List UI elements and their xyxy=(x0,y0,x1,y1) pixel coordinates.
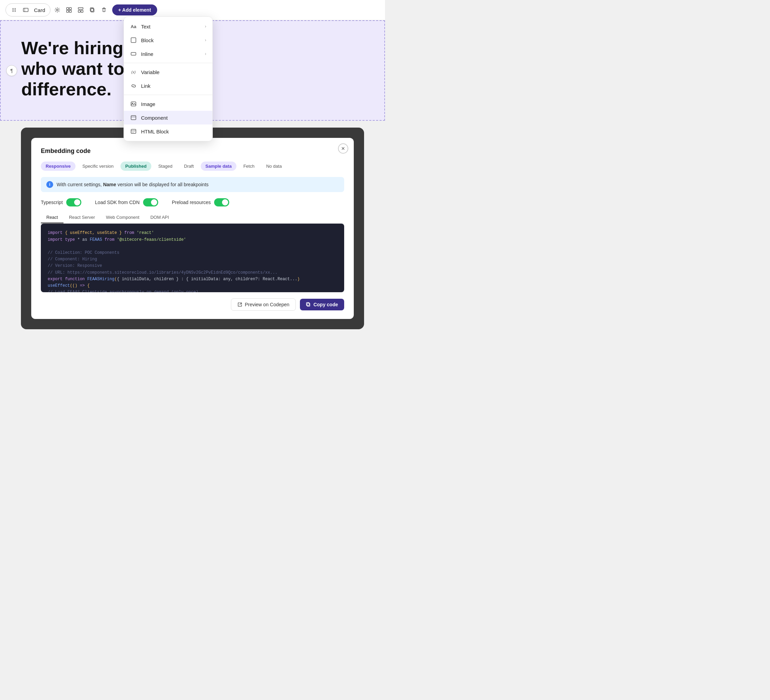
menu-item-link[interactable]: Link xyxy=(124,79,212,93)
menu-item-inline[interactable]: Inline › xyxy=(124,47,212,61)
image-menu-label: Image xyxy=(141,101,206,107)
preview-codepen-button[interactable]: Preview on Codepen xyxy=(231,298,296,311)
preview-codepen-label: Preview on Codepen xyxy=(245,302,289,307)
typescript-toggle[interactable] xyxy=(66,198,81,206)
svg-point-2 xyxy=(13,10,14,11)
card-label: Card xyxy=(32,7,47,13)
code-line-7: export function FEAASHiring({ initialDat… xyxy=(48,276,337,282)
inline-menu-label: Inline xyxy=(141,51,201,57)
preload-toggle[interactable] xyxy=(214,198,229,206)
svg-rect-18 xyxy=(131,38,136,42)
load-sdk-toggle-item: Load SDK from CDN xyxy=(95,198,158,206)
menu-item-text[interactable]: Aa Text › xyxy=(124,19,212,33)
component-menu-icon xyxy=(130,114,137,121)
menu-item-component[interactable]: Component xyxy=(124,111,212,124)
drag-handle-icon[interactable] xyxy=(9,5,19,15)
copy-icon xyxy=(306,302,311,307)
code-line-4: // Component: Hiring xyxy=(48,256,337,263)
code-line-blank xyxy=(48,243,337,250)
code-tab-react[interactable]: React xyxy=(41,212,63,223)
html-block-menu-icon xyxy=(130,128,137,135)
tab-sample-data[interactable]: Sample data xyxy=(201,161,237,171)
add-element-button[interactable]: + Add element xyxy=(112,5,157,15)
code-tab-web-component[interactable]: Web Component xyxy=(100,212,145,223)
modal-tab-group: Responsive Specific version Published St… xyxy=(41,161,344,171)
component-menu-label: Component xyxy=(141,115,206,121)
svg-point-3 xyxy=(15,10,16,11)
grid-icon[interactable] xyxy=(64,5,74,15)
tab-no-data[interactable]: No data xyxy=(262,161,287,171)
html-block-menu-label: HTML Block xyxy=(141,129,206,134)
code-line-6: // URL: https://components.sitecorecloud… xyxy=(48,269,337,276)
link-menu-label: Link xyxy=(141,83,206,89)
info-icon: i xyxy=(46,181,53,188)
preload-toggle-item: Preload resources xyxy=(172,198,230,206)
svg-rect-13 xyxy=(78,8,83,9)
menu-item-variable[interactable]: (x) Variable xyxy=(124,65,212,79)
menu-item-block[interactable]: Block › xyxy=(124,33,212,47)
svg-point-1 xyxy=(15,8,16,9)
copy-icon[interactable] xyxy=(87,5,97,15)
inline-menu-icon xyxy=(130,50,137,57)
code-line-9: // Load FEAAS Clientside asynchronously … xyxy=(48,289,337,292)
text-menu-icon: Aa xyxy=(130,23,137,30)
variable-menu-label: Variable xyxy=(141,69,206,75)
tab-specific-version[interactable]: Specific version xyxy=(78,161,118,171)
load-sdk-toggle[interactable] xyxy=(143,198,158,206)
code-line-1: import { useEffect, useState } from 'rea… xyxy=(48,230,337,236)
variable-menu-icon: (x) xyxy=(130,69,137,76)
code-tab-react-server[interactable]: React Server xyxy=(63,212,100,223)
embedding-code-modal: Embedding code ✕ Responsive Specific ver… xyxy=(31,138,354,319)
code-line-3: // Collection: POC Components xyxy=(48,250,337,256)
block-menu-label: Block xyxy=(141,37,201,43)
toolbar-card-group: Card xyxy=(5,3,50,16)
tab-draft[interactable]: Draft xyxy=(179,161,198,171)
svg-rect-14 xyxy=(78,10,80,12)
tab-fetch[interactable]: Fetch xyxy=(238,161,259,171)
external-link-icon xyxy=(238,302,242,307)
copy-code-button[interactable]: Copy code xyxy=(300,299,344,310)
tab-published[interactable]: Published xyxy=(120,161,151,171)
code-line-5: // Version: Responsive xyxy=(48,263,337,269)
svg-rect-24 xyxy=(131,129,136,134)
svg-rect-22 xyxy=(131,116,136,120)
text-menu-label: Text xyxy=(141,24,201,29)
menu-divider-2 xyxy=(124,95,212,95)
typescript-label: Typescript xyxy=(41,200,63,205)
svg-point-8 xyxy=(56,9,58,11)
add-element-dropdown: Aa Text › Block › Inline › xyxy=(123,16,213,141)
block-chevron-icon: › xyxy=(205,38,206,42)
text-chevron-icon: › xyxy=(205,24,206,29)
modal-title: Embedding code xyxy=(41,147,344,155)
code-block: import { useEffect, useState } from 'rea… xyxy=(41,224,344,292)
menu-item-html-block[interactable]: HTML Block xyxy=(124,124,212,138)
preload-label: Preload resources xyxy=(172,200,211,205)
tab-responsive[interactable]: Responsive xyxy=(41,161,76,171)
load-sdk-label: Load SDK from CDN xyxy=(95,200,140,205)
code-line-2: import type * as FEAAS from '@sitecore-f… xyxy=(48,237,337,243)
block-menu-icon xyxy=(130,37,137,44)
svg-rect-15 xyxy=(81,10,83,12)
tab-staged[interactable]: Staged xyxy=(154,161,177,171)
card-frame-icon[interactable] xyxy=(21,5,31,15)
svg-rect-6 xyxy=(23,8,28,12)
delete-icon[interactable] xyxy=(99,5,109,15)
code-tabs: React React Server Web Component DOM API xyxy=(41,212,344,224)
modal-close-button[interactable]: ✕ xyxy=(338,144,348,154)
svg-point-5 xyxy=(15,11,16,12)
modal-background: Embedding code ✕ Responsive Specific ver… xyxy=(21,127,364,329)
code-line-8: useEffect(() => { xyxy=(48,282,337,289)
svg-rect-11 xyxy=(66,10,69,12)
image-menu-icon xyxy=(130,100,137,107)
code-tab-dom-api[interactable]: DOM API xyxy=(145,212,174,223)
svg-point-0 xyxy=(13,8,14,9)
pilcrow-button[interactable]: ¶ xyxy=(6,65,17,76)
settings-icon[interactable] xyxy=(52,5,62,15)
toggles-row: Typescript Load SDK from CDN Preload res… xyxy=(41,198,344,206)
svg-point-4 xyxy=(13,11,14,12)
menu-item-image[interactable]: Image xyxy=(124,97,212,111)
link-menu-icon xyxy=(130,82,137,89)
layout-icon[interactable] xyxy=(76,5,86,15)
svg-rect-10 xyxy=(69,8,71,10)
svg-rect-19 xyxy=(131,52,136,55)
